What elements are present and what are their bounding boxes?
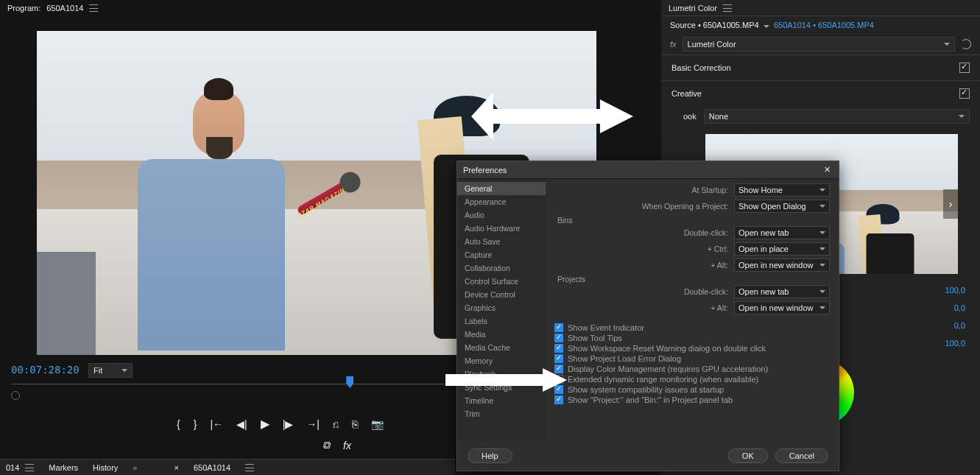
dialog-title: Preferences — [463, 166, 507, 175]
bins-ctrl-dropdown[interactable]: Open in place — [734, 242, 830, 256]
effects-row: ⧉ fx — [322, 439, 351, 451]
markers-tab[interactable]: Markers — [49, 463, 78, 472]
next-look-button[interactable]: › — [943, 189, 958, 219]
source-breadcrumb: Source • 650A1005.MP4 650A1014 • 650A100… — [661, 16, 980, 34]
step-forward-button[interactable]: |▶ — [283, 418, 294, 430]
checkbox-label: Show Project Load Error Dialog — [568, 354, 681, 363]
checkbox-icon[interactable] — [554, 365, 563, 373]
tab-menu-icon[interactable] — [25, 464, 34, 471]
timecode[interactable]: 00:07:28:20 — [11, 364, 80, 376]
effect-dropdown[interactable]: Lumetri Color — [683, 37, 955, 52]
creative-section[interactable]: Creative — [661, 80, 980, 106]
lumetri-title: Lumetri Color — [669, 4, 717, 13]
prefs-nav: GeneralAppearanceAudioAudio HardwareAuto… — [457, 179, 546, 441]
go-to-out-button[interactable]: →| — [306, 418, 320, 430]
mini-timeline[interactable] — [11, 384, 455, 400]
go-to-in-button[interactable]: |← — [210, 418, 223, 430]
export-frame-button[interactable]: 📷 — [371, 418, 384, 430]
look-label: ook — [683, 112, 697, 121]
cancel-button[interactable]: Cancel — [775, 448, 828, 463]
prefs-nav-item[interactable]: Capture — [457, 248, 546, 261]
zoom-dropdown[interactable]: Fit — [88, 363, 133, 378]
panel-menu-icon[interactable] — [723, 4, 732, 12]
checkbox-icon[interactable] — [554, 395, 563, 404]
prefs-nav-item[interactable]: Device Control — [457, 288, 546, 301]
prefs-nav-item[interactable]: Trim — [457, 407, 546, 421]
help-button[interactable]: Help — [468, 448, 512, 463]
checkbox-icon[interactable] — [554, 354, 563, 363]
effect-selector-row: fx Lumetri Color — [661, 34, 980, 54]
prefs-nav-item[interactable]: Graphics — [457, 301, 546, 314]
prefs-nav-item[interactable]: Control Surface — [457, 275, 546, 288]
checkbox-icon[interactable] — [554, 344, 563, 353]
mark-in-button[interactable]: { — [177, 418, 180, 430]
pref-checkbox-row[interactable]: Show Workspace Reset Warning dialog on d… — [554, 344, 830, 353]
open-project-dropdown[interactable]: Show Open Dialog — [734, 200, 830, 213]
overflow-button[interactable]: » — [133, 463, 137, 472]
prefs-nav-item[interactable]: Timeline — [457, 394, 546, 407]
mark-out-button[interactable]: } — [194, 418, 197, 430]
ok-button[interactable]: OK — [728, 448, 768, 463]
fx-badge[interactable]: fx — [343, 440, 351, 451]
extract-button[interactable]: ⎘ — [352, 418, 358, 430]
master-clip-link[interactable]: 650A1014 • 650A1005.MP4 — [774, 21, 874, 29]
dialog-titlebar: Preferences ✕ — [457, 161, 839, 179]
checkbox-label: Show Event Indicator — [568, 323, 644, 332]
bins-alt-dropdown[interactable]: Open in new window — [734, 258, 830, 272]
checkbox-icon[interactable] — [554, 334, 563, 342]
bins-doubleclick-dropdown[interactable]: Open new tab — [734, 226, 830, 239]
prefs-nav-item[interactable]: Media — [457, 328, 546, 341]
timeline-handle[interactable] — [11, 391, 20, 400]
lift-button[interactable]: ⎌ — [333, 418, 339, 430]
playhead-icon[interactable] — [346, 376, 353, 388]
reset-icon[interactable] — [961, 39, 971, 49]
prefs-nav-item[interactable]: Labels — [457, 314, 546, 328]
section-toggle-checkbox[interactable] — [959, 88, 970, 99]
checkbox-icon[interactable] — [554, 385, 563, 394]
preferences-dialog: Preferences ✕ GeneralAppearanceAudioAudi… — [456, 161, 839, 471]
pref-checkbox-row[interactable]: Display Color Management (requires GPU a… — [554, 365, 830, 373]
prefs-nav-item[interactable]: Collaboration — [457, 261, 546, 275]
prefs-nav-item[interactable]: General — [457, 182, 546, 195]
chevron-down-icon — [959, 115, 965, 118]
look-row: ook None — [661, 106, 980, 127]
pref-checkbox-row[interactable]: Show Project Load Error Dialog — [554, 354, 830, 363]
prefs-content: At Startup: Show Home When Opening a Pro… — [546, 179, 839, 441]
sequence-tab[interactable]: 650A1014 — [194, 463, 230, 472]
pref-checkbox-row[interactable]: Show system compatibility issues at star… — [554, 385, 830, 394]
basic-correction-section[interactable]: Basic Correction — [661, 54, 980, 80]
bottom-tab-bar: 014 Markers History » × 650A1014 — [0, 459, 455, 475]
pref-checkbox-row[interactable]: Show "Project:" and "Bin:" in Project pa… — [554, 395, 830, 404]
projects-alt-dropdown[interactable]: Open in new window — [734, 301, 830, 314]
prefs-nav-item[interactable]: Memory — [457, 354, 546, 367]
chevron-down-icon — [121, 369, 127, 372]
checkbox-label: Display Color Management (requires GPU a… — [568, 365, 768, 373]
prefs-nav-item[interactable]: Audio — [457, 208, 546, 222]
prefs-nav-item[interactable]: Audio Hardware — [457, 222, 546, 235]
prefs-nav-item[interactable]: Media Cache — [457, 341, 546, 354]
close-icon[interactable]: ✕ — [821, 164, 833, 176]
comparison-view-button[interactable]: ⧉ — [322, 439, 330, 451]
prefs-nav-item[interactable]: Auto Save — [457, 235, 546, 248]
chevron-down-icon[interactable] — [764, 25, 769, 28]
sequence-menu-icon[interactable] — [245, 464, 254, 471]
checkbox-icon[interactable] — [554, 323, 563, 332]
startup-dropdown[interactable]: Show Home — [734, 183, 830, 197]
pref-checkbox-row[interactable]: Show Event Indicator — [554, 323, 830, 332]
history-tab[interactable]: History — [93, 463, 118, 472]
transport-controls: { } |← ◀| ▶ |▶ →| ⎌ ⎘ 📷 — [177, 417, 384, 431]
prefs-nav-item[interactable]: Appearance — [457, 195, 546, 208]
section-toggle-checkbox[interactable] — [959, 63, 970, 73]
projects-doubleclick-dropdown[interactable]: Open new tab — [734, 285, 830, 298]
pref-checkbox-row[interactable]: Show Tool Tips — [554, 334, 830, 342]
checkbox-label: Show Tool Tips — [568, 334, 622, 342]
panel-menu-icon[interactable] — [89, 4, 98, 12]
step-back-button[interactable]: ◀| — [236, 418, 247, 430]
chevron-down-icon — [944, 43, 950, 46]
look-dropdown[interactable]: None — [704, 109, 970, 124]
pref-checkbox-row[interactable]: Extended dynamic range monitoring (when … — [554, 375, 830, 384]
checkbox-label: Show system compatibility issues at star… — [568, 385, 724, 394]
project-tab[interactable]: 014 — [6, 463, 19, 472]
checkbox-label: Extended dynamic range monitoring (when … — [568, 375, 758, 384]
play-button[interactable]: ▶ — [261, 417, 269, 431]
